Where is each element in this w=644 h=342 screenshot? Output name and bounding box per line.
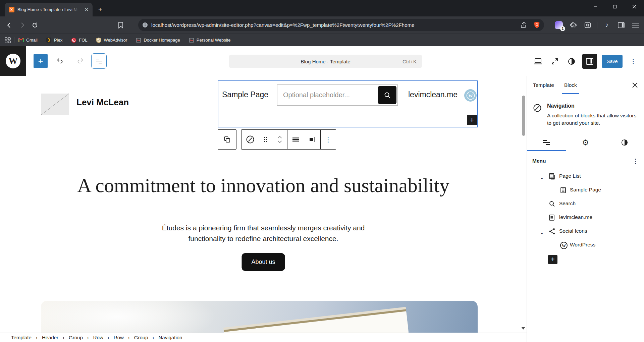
menu-item-page-list[interactable]: ⌄ Page List	[532, 170, 639, 183]
bookmark-gmail[interactable]: Gmail	[18, 38, 38, 43]
nav-search-block[interactable]	[277, 84, 398, 106]
block-appender-button[interactable]: +	[467, 115, 477, 125]
document-title-bar[interactable]: Blog Home · Template Ctrl+K	[229, 55, 422, 68]
bookmarks-divider	[14, 37, 14, 43]
zoom-out-view-button[interactable]	[549, 55, 561, 67]
justify-items-button[interactable]	[287, 130, 304, 149]
breadcrumb-template[interactable]: Template	[11, 335, 32, 340]
bookmark-personal-website[interactable]: Personal Website	[189, 38, 231, 43]
menu-item-social-icons[interactable]: ⌄ Social Icons	[532, 225, 639, 238]
block-type-button[interactable]	[241, 130, 259, 149]
command-shortcut: Ctrl+K	[402, 59, 417, 64]
breadcrumb-navigation-current[interactable]: Navigation	[159, 335, 182, 340]
menu-item-custom-link[interactable]: levimclean.me	[532, 211, 639, 225]
block-options-icon[interactable]: ⋮	[321, 130, 336, 149]
new-tab-button[interactable]: +	[95, 4, 105, 14]
hero-heading[interactable]: A commitment to innovation and sustainab…	[75, 174, 451, 197]
menu-options-icon[interactable]: ⋮	[632, 158, 639, 164]
item-justify-right-button[interactable]	[304, 130, 320, 149]
tab-settings[interactable]: ⚙	[566, 134, 605, 151]
bookmark-webadvisor[interactable]: WebAdvisor	[96, 38, 127, 43]
apps-grid-icon[interactable]	[5, 37, 11, 43]
bookmark-fol[interactable]: FOL	[71, 38, 87, 43]
close-icon	[632, 82, 638, 88]
minimize-button[interactable]	[586, 0, 605, 13]
tab-close-icon[interactable]: ✕	[83, 6, 90, 13]
site-info-icon[interactable]	[142, 22, 148, 28]
view-devices-button[interactable]	[532, 55, 544, 67]
settings-sidebar-toggle[interactable]	[582, 54, 597, 69]
close-sidebar-button[interactable]	[632, 76, 638, 94]
media-control-icon[interactable]: ♪	[602, 20, 612, 30]
redo-button[interactable]	[74, 55, 87, 67]
wordpress-admin-button[interactable]: W	[0, 46, 26, 76]
close-window-button[interactable]	[625, 0, 644, 13]
nav-page-link[interactable]: Sample Page	[222, 90, 268, 99]
breadcrumb-header[interactable]: Header	[42, 335, 58, 340]
drag-handle[interactable]	[259, 130, 272, 149]
wordpress-social-icon[interactable]: W	[464, 89, 477, 102]
url-bar[interactable]: localhost/wordpress/wp-admin/site-editor…	[138, 19, 544, 31]
menu-item-sample-page[interactable]: Sample Page	[532, 183, 639, 197]
menu-item-search[interactable]: Search	[532, 197, 639, 211]
breadcrumb-row[interactable]: Row	[93, 335, 103, 340]
forward-button[interactable]	[17, 20, 28, 31]
about-us-button[interactable]: About us	[241, 253, 285, 271]
broken-favicon	[189, 38, 194, 43]
site-title[interactable]: Levi McLean	[76, 97, 129, 108]
tab-title: Blog Home ‹ Template ‹ Levi McL	[17, 7, 78, 12]
gmail-favicon	[18, 38, 24, 43]
bookmark-plex[interactable]: Plex	[46, 38, 62, 43]
chevron-up-down-icon	[277, 135, 283, 144]
undo-button[interactable]	[54, 55, 66, 67]
block-inserter-button[interactable]: +	[34, 54, 48, 68]
options-menu-icon[interactable]: ⋮	[627, 55, 639, 67]
maximize-button[interactable]	[605, 0, 625, 13]
breadcrumb-group[interactable]: Group	[134, 335, 148, 340]
styles-button[interactable]	[566, 55, 578, 67]
sidebar-panel-icon[interactable]	[616, 20, 626, 30]
block-name: Navigation	[547, 103, 638, 109]
browser-menu-icon[interactable]	[631, 20, 641, 30]
menu-item-wordpress[interactable]: W WordPress	[532, 238, 639, 252]
back-button[interactable]	[4, 20, 15, 31]
hero-paragraph[interactable]: Études is a pioneering firm that seamles…	[149, 223, 377, 244]
breadcrumb-row[interactable]: Row	[114, 335, 124, 340]
navigation-block-selected[interactable]: Sample Page levimclean.me W +	[218, 80, 478, 127]
bookmark-icon[interactable]	[115, 20, 126, 31]
tab-list-view[interactable]	[527, 134, 566, 151]
save-button[interactable]: Save	[602, 55, 623, 68]
tab-block[interactable]: Block	[564, 76, 577, 94]
document-title: Blog Home · Template	[301, 59, 350, 64]
tab-styles[interactable]	[605, 134, 644, 151]
chevron-down-icon[interactable]: ⌄	[540, 229, 544, 235]
select-parent-button[interactable]	[218, 129, 236, 150]
share-icon[interactable]	[520, 22, 527, 28]
broken-favicon	[136, 38, 141, 43]
profile-avatar[interactable]: 1	[554, 20, 564, 30]
list-view-button[interactable]	[91, 53, 107, 69]
site-logo-placeholder[interactable]	[41, 94, 69, 115]
search-icon	[548, 200, 556, 208]
navigation-menu-panel: Menu ⋮ ⌄ Page List Sample Page	[527, 151, 644, 264]
add-menu-item-button[interactable]: +	[548, 255, 557, 264]
editor-canvas[interactable]: Levi McLean Sample Page levimclean.me W …	[0, 76, 527, 333]
chevron-down-icon[interactable]: ⌄	[540, 174, 544, 180]
move-up-down-buttons[interactable]	[272, 130, 287, 149]
nav-custom-link[interactable]: levimclean.me	[408, 90, 458, 99]
search-input[interactable]	[277, 91, 378, 99]
tab-template[interactable]: Template	[533, 76, 554, 94]
brave-shields-icon[interactable]	[534, 21, 540, 28]
browser-tab[interactable]: X Blog Home ‹ Template ‹ Levi McL ✕	[5, 3, 93, 16]
extensions-icon[interactable]	[568, 20, 578, 30]
search-tabs-icon[interactable]	[583, 20, 593, 30]
canvas-scrollbar-down-arrow[interactable]	[521, 327, 525, 330]
hero-cover-image[interactable]	[41, 301, 478, 333]
search-submit-button[interactable]	[378, 86, 396, 104]
breadcrumb-group[interactable]: Group	[69, 335, 83, 340]
page-icon	[548, 214, 555, 221]
justify-icon	[292, 136, 300, 143]
reload-button[interactable]	[30, 20, 40, 31]
bookmark-docker-homepage[interactable]: Docker Homepage	[136, 38, 180, 43]
canvas-scrollbar-thumb[interactable]	[522, 96, 525, 136]
